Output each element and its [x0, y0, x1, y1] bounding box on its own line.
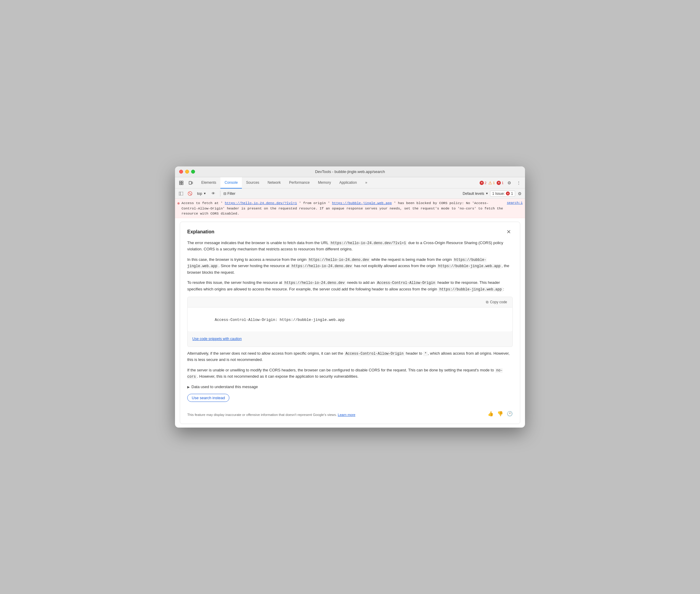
code-snippet: Access-Control-Allow-Origin: https://bub… [187, 307, 513, 331]
traffic-lights [179, 170, 195, 174]
filter-area[interactable]: ⊟ Filter [223, 192, 236, 196]
use-search-button[interactable]: Use search instead [187, 394, 230, 402]
fetch-url-link[interactable]: https://hello-io-24.deno.dev/?lvl=1 [225, 201, 297, 205]
explanation-box: Explanation ✕ The error message indicate… [180, 222, 520, 424]
chevron-down-icon: ▼ [485, 192, 488, 195]
report-icon[interactable]: 🕐 [507, 410, 513, 418]
tab-network[interactable]: Network [264, 177, 285, 189]
explanation-para-2: In this case, the browser is trying to a… [187, 257, 513, 275]
close-button[interactable] [179, 170, 183, 174]
maximize-button[interactable] [191, 170, 195, 174]
explanation-header: Explanation ✕ [187, 228, 513, 236]
device-icon[interactable] [187, 179, 195, 187]
disclaimer-text: This feature may display inaccurate or o… [187, 412, 355, 418]
error-row: ⊗ Access to fetch at ' https://hello-io-… [175, 199, 525, 218]
code-block-wrapper: ⧉ Copy code Access-Control-Allow-Origin:… [187, 297, 513, 347]
console-content: ⊗ Access to fetch at ' https://hello-io-… [175, 199, 525, 424]
warn-badge[interactable]: ⚠ 1 [488, 180, 495, 185]
tab-more[interactable]: » [361, 177, 372, 189]
tab-performance[interactable]: Performance [285, 177, 314, 189]
tabs-right-area: ✕ 2 ⚠ 1 ✕ 1 ⚙ ⋮ [480, 179, 523, 187]
feedback-icons: 👍 👎 🕐 [488, 410, 513, 418]
filter-icon: ⊟ [223, 192, 226, 196]
issue-badge[interactable]: 1 Issue: ✕ 1 [490, 191, 515, 197]
data-used-section[interactable]: ▶ Data used to understand this message [187, 384, 513, 390]
tabs-list: Elements Console Sources Network Perform… [197, 177, 480, 189]
svg-rect-6 [179, 192, 183, 195]
learn-more-link[interactable]: Learn more [338, 413, 355, 417]
minimize-button[interactable] [185, 170, 189, 174]
error-circle-icon: ⊗ [177, 201, 180, 207]
explanation-para-5: If the server is unable or unwilling to … [187, 367, 513, 380]
tab-application[interactable]: Application [335, 177, 361, 189]
svg-rect-5 [192, 182, 193, 184]
info-icon: ✕ [497, 181, 501, 185]
explanation-para-1: The error message indicates that the bro… [187, 240, 513, 253]
issue-icon: ✕ [506, 192, 510, 195]
svg-rect-0 [179, 181, 181, 183]
divider [220, 191, 220, 197]
tab-sources[interactable]: Sources [242, 177, 264, 189]
inspect-icon[interactable] [177, 179, 185, 187]
code-block-toolbar: ⧉ Copy code [187, 297, 513, 307]
settings-icon[interactable]: ⚙ [505, 179, 513, 187]
levels-selector[interactable]: Default levels ▼ [463, 192, 488, 196]
explanation-title: Explanation [187, 228, 214, 236]
explanation-para-3: To resolve this issue, the server hostin… [187, 280, 513, 292]
context-selector[interactable]: top ▼ [195, 191, 208, 196]
info-badge[interactable]: ✕ 1 [497, 181, 503, 185]
svg-rect-1 [182, 181, 183, 183]
svg-rect-2 [179, 183, 181, 185]
triangle-right-icon: ▶ [187, 385, 189, 390]
explanation-para-4: Alternatively, if the server does not ne… [187, 351, 513, 363]
tab-elements[interactable]: Elements [197, 177, 220, 189]
error-badge[interactable]: ✕ 2 [480, 181, 487, 185]
error-source-link[interactable]: search:1 [507, 200, 523, 205]
tab-console[interactable]: Console [220, 177, 242, 189]
sidebar-toggle-icon[interactable] [177, 190, 184, 197]
caution-link[interactable]: Use code snippets with caution [192, 336, 508, 342]
clear-console-icon[interactable]: 🚫 [186, 190, 194, 197]
tab-icon-area [177, 179, 195, 187]
console-toolbar: 🚫 top ▼ 👁 ⊟ Filter Default levels ▼ 1 Is… [175, 189, 525, 199]
window-title: DevTools - bubble-jingle.web.app/search [315, 169, 385, 174]
console-settings-icon[interactable]: ⚙ [517, 190, 523, 197]
thumbs-up-icon[interactable]: 👍 [488, 410, 494, 418]
chevron-down-icon: ▼ [203, 192, 206, 195]
close-explanation-button[interactable]: ✕ [505, 228, 513, 236]
tabs-bar: Elements Console Sources Network Perform… [175, 177, 525, 189]
devtools-window: DevTools - bubble-jingle.web.app/search [175, 166, 525, 427]
eye-icon[interactable]: 👁 [210, 190, 217, 197]
error-message-text: Access to fetch at ' https://hello-io-24… [182, 200, 505, 216]
copy-icon: ⧉ [486, 300, 489, 304]
thumbs-down-icon[interactable]: 👎 [497, 410, 503, 418]
explanation-footer: This feature may display inaccurate or o… [187, 410, 513, 418]
svg-rect-3 [182, 183, 183, 185]
tab-memory[interactable]: Memory [314, 177, 335, 189]
more-options-icon[interactable]: ⋮ [515, 179, 523, 187]
error-icon: ✕ [480, 181, 484, 185]
svg-rect-4 [189, 182, 191, 184]
origin-url-link[interactable]: https://bubble-jingle.web.app [332, 201, 392, 205]
copy-code-button[interactable]: ⧉ Copy code [484, 299, 510, 305]
titlebar: DevTools - bubble-jingle.web.app/search [175, 166, 525, 177]
